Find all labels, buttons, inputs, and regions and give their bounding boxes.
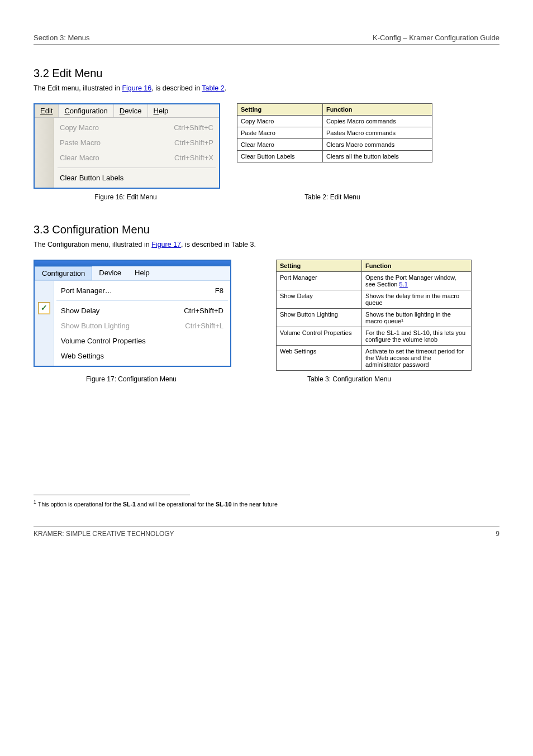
menubar-device-2[interactable]: Device	[92, 266, 128, 280]
table2-caption: Table 2: Edit Menu	[235, 193, 430, 201]
menu-item-copy-macro: Copy Macro Ctrl+Shift+C	[58, 120, 216, 135]
footer-page: 9	[496, 530, 499, 538]
config-section-title: 3.3 Configuration Menu	[34, 223, 499, 236]
menubar-help[interactable]: Help	[148, 104, 174, 117]
header-left: Section 3: Menus	[34, 34, 89, 42]
footnote-rule	[34, 495, 190, 495]
config-table-h1: Function	[362, 260, 472, 272]
edit-table-h0: Setting	[237, 104, 323, 116]
table2-link[interactable]: Table 2	[202, 84, 224, 92]
table-row: Volume Control PropertiesFor the SL-1 an…	[277, 327, 472, 346]
config-table-h0: Setting	[277, 260, 362, 272]
table-row: Copy MacroCopies Macro commands	[237, 116, 432, 127]
config-table: Setting Function Port Manager Opens the …	[276, 260, 472, 371]
figure16-link[interactable]: Figure 16	[122, 84, 151, 92]
config-section-desc: The Configuration menu, illustrated in F…	[34, 240, 499, 250]
table3-caption: Table 3: Configuration Menu	[246, 375, 453, 383]
table-row: Clear Button LabelsClears all the button…	[237, 151, 432, 162]
menu-item-clear-macro: Clear Macro Ctrl+Shift+X	[58, 150, 216, 165]
menubar-help-2[interactable]: Help	[128, 266, 156, 280]
section-5-1-link[interactable]: 5.1	[399, 281, 408, 288]
figure17-link[interactable]: Figure 17	[151, 241, 181, 248]
menu-item-port-manager[interactable]: Port Manager… F8	[60, 283, 225, 298]
menu-item-show-button-lighting: Show Button Lighting Ctrl+Shift+L	[60, 318, 225, 333]
menu-item-paste-macro: Paste Macro Ctrl+Shift+P	[58, 135, 216, 150]
footer-left: KRAMER: SIMPLE CREATIVE TECHNOLOGY	[34, 530, 174, 538]
edit-menu-screenshot: Edit Configuration Device Help Copy Macr…	[34, 103, 220, 189]
table3-ref: Table 3	[231, 241, 254, 248]
table-row: Show DelayShows the delay time in the ma…	[277, 290, 472, 309]
figure16-caption: Figure 16: Edit Menu	[34, 193, 218, 201]
footnote: 1 This option is operational for the SL-…	[34, 499, 499, 508]
figure17-caption: Figure 17: Configuration Menu	[34, 375, 229, 383]
menu-item-show-delay[interactable]: Show Delay Ctrl+Shift+D	[60, 303, 225, 318]
table-row: Show Button LightingShows the button lig…	[277, 309, 472, 327]
edit-section-desc: The Edit menu, illustrated in Figure 16,…	[34, 83, 499, 93]
table-row: Web SettingsActivate to set the timeout …	[277, 346, 472, 371]
edit-section-title: 3.2 Edit Menu	[34, 67, 499, 80]
menubar-edit[interactable]: Edit	[35, 104, 59, 117]
menu-item-clear-button-labels[interactable]: Clear Button Labels	[58, 170, 216, 185]
menu-item-volume-control[interactable]: Volume Control Properties	[60, 333, 225, 348]
edit-table-h1: Function	[323, 104, 432, 116]
table-row: Port Manager Opens the Port Manager wind…	[277, 272, 472, 290]
edit-table: Setting Function Copy MacroCopies Macro …	[237, 103, 432, 162]
menu-item-web-settings[interactable]: Web Settings	[60, 348, 225, 363]
check-icon: ✓	[38, 302, 50, 314]
header-right: K-Config – Kramer Configuration Guide	[373, 34, 499, 42]
table-row: Paste MacroPastes Macro commands	[237, 127, 432, 139]
menubar-device[interactable]: Device	[114, 104, 148, 117]
menubar-configuration-2[interactable]: Configuration	[35, 266, 92, 280]
table-row: Clear MacroClears Macro commands	[237, 139, 432, 151]
menubar-configuration[interactable]: Configuration	[59, 104, 113, 117]
config-menu-screenshot: Configuration Device Help ✓ Port Manager…	[34, 260, 231, 367]
